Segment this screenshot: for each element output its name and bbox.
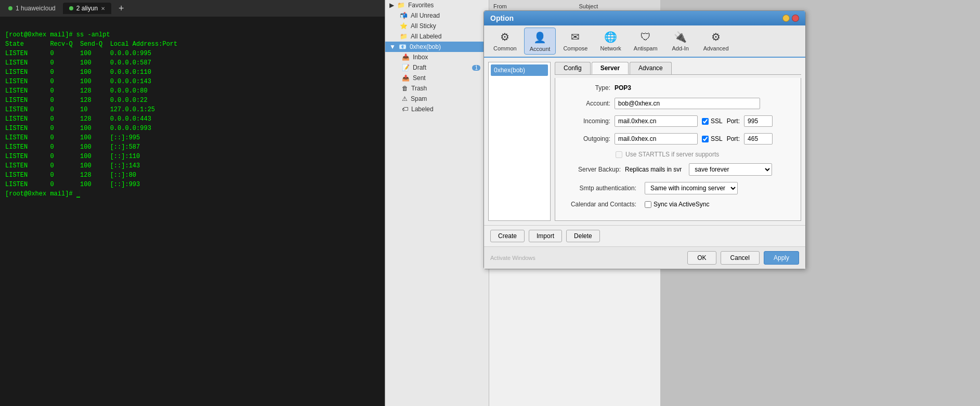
favorites-arrow-icon: ▶ — [389, 2, 394, 9]
config-body: Type: POP3 Account: Incoming: SSL P — [555, 78, 801, 221]
close-button[interactable] — [792, 15, 799, 22]
spam-item[interactable]: ⚠ Spam — [385, 94, 489, 104]
draft-icon: 📝 — [402, 64, 410, 71]
compose-label: Compose — [563, 45, 587, 51]
outgoing-ssl-check[interactable] — [702, 136, 709, 142]
incoming-row: Incoming: SSL Port: — [564, 115, 792, 127]
toolbar-network[interactable]: 🌐 Network — [595, 28, 626, 55]
incoming-ssl-check[interactable] — [702, 118, 709, 125]
network-label: Network — [600, 45, 621, 51]
all-labeled-icon: 📁 — [400, 33, 408, 40]
favorites-group[interactable]: ▶ 📁 Favorites — [385, 0, 489, 10]
outgoing-ssl-label: SSL — [711, 135, 723, 142]
sent-item[interactable]: 📤 Sent — [385, 73, 489, 83]
draft-item[interactable]: 📝 Draft 1 — [385, 62, 489, 73]
terminal-tabs: 1 huaweicloud 2 aliyun ✕ + — [0, 0, 385, 17]
incoming-ssl-checkbox[interactable]: SSL — [702, 117, 723, 125]
dialog-toolbar: ⚙ Common 👤 Account ✉ Compose 🌐 Network 🛡… — [484, 25, 805, 58]
toolbar-addin[interactable]: 🔌 Add-In — [665, 28, 696, 55]
titlebar-buttons — [782, 15, 799, 22]
smtp-auth-select[interactable]: Same with incoming server No authenticat… — [645, 182, 738, 194]
labeled-item[interactable]: 🏷 Labeled — [385, 104, 489, 114]
incoming-server-input[interactable] — [615, 115, 698, 127]
account-group[interactable]: ▼ 📧 0xhex(bob) — [385, 42, 489, 52]
server-backup-select[interactable]: save forever 1 month 3 months 1 year nev… — [689, 163, 772, 176]
favorites-folder-icon: 📁 — [397, 2, 405, 9]
server-backup-label: Server Backup: — [564, 166, 621, 173]
outgoing-ssl-checkbox[interactable]: SSL — [702, 135, 723, 142]
server-tab[interactable]: Server — [592, 62, 629, 74]
starttls-checkbox[interactable] — [616, 151, 622, 158]
draft-badge: 1 — [472, 65, 480, 71]
config-tabs: Config Server Advance — [555, 62, 801, 75]
config-tab[interactable]: Config — [555, 62, 591, 74]
network-icon: 🌐 — [604, 30, 618, 44]
draft-label: Draft — [413, 64, 426, 71]
close-tab-icon[interactable]: ✕ — [101, 6, 105, 11]
delete-button[interactable]: Delete — [566, 230, 600, 242]
advanced-label: Advanced — [703, 45, 729, 51]
antispam-icon: 🛡 — [638, 30, 653, 44]
toolbar-common[interactable]: ⚙ Common — [488, 28, 522, 55]
account-list-panel: 0xhex(bob) — [488, 62, 551, 221]
incoming-port-input[interactable] — [744, 115, 773, 127]
starttls-row: Use STARTTLS if server supports — [616, 151, 792, 158]
incoming-label: Incoming: — [564, 117, 610, 125]
all-sticky-item[interactable]: ⭐ All Sticky — [385, 21, 489, 31]
outgoing-port-input[interactable] — [744, 133, 773, 145]
apply-button[interactable]: Apply — [764, 251, 799, 265]
dialog-footer: Activate Windows OK Cancel Apply — [484, 246, 805, 269]
toolbar-account[interactable]: 👤 Account — [524, 28, 556, 55]
toolbar-antispam[interactable]: 🛡 Antispam — [629, 28, 663, 55]
create-button[interactable]: Create — [490, 230, 525, 242]
trash-icon: 🗑 — [402, 85, 408, 92]
minimize-button[interactable] — [782, 15, 790, 22]
account-input[interactable] — [615, 98, 760, 109]
account-folder-icon: 📧 — [399, 43, 407, 50]
incoming-port-label: Port: — [727, 117, 740, 125]
spam-icon: ⚠ — [402, 95, 408, 102]
toolbar-advanced[interactable]: ⚙ Advanced — [698, 28, 734, 55]
account-row: Account: — [564, 98, 792, 109]
add-tab-button[interactable]: + — [112, 1, 130, 16]
toolbar-compose[interactable]: ✉ Compose — [558, 28, 593, 55]
spam-label: Spam — [411, 95, 427, 102]
addin-label: Add-In — [672, 45, 688, 51]
dialog-title: Option — [490, 14, 514, 22]
account-list-item[interactable]: 0xhex(bob) — [491, 64, 548, 76]
ok-button[interactable]: OK — [687, 251, 716, 265]
trash-item[interactable]: 🗑 Trash — [385, 83, 489, 94]
replicas-label: Replicas mails in svr — [625, 166, 682, 173]
type-label: Type: — [564, 84, 610, 91]
all-labeled-item[interactable]: 📁 All Labeled — [385, 31, 489, 42]
outgoing-row: Outgoing: SSL Port: — [564, 133, 792, 145]
trash-label: Trash — [411, 85, 427, 92]
sync-activesync-checkbox[interactable]: Sync via ActiveSync — [645, 201, 709, 208]
terminal-content: [root@0xhex mail]# ss -anlpt State Recv-… — [5, 31, 177, 198]
outgoing-server-input[interactable] — [615, 133, 698, 145]
terminal-body[interactable]: [root@0xhex mail]# ss -anlpt State Recv-… — [0, 17, 385, 203]
common-label: Common — [493, 45, 517, 51]
all-labeled-label: All Labeled — [411, 33, 441, 40]
account-field-label: Account: — [564, 100, 610, 107]
terminal-container: 1 huaweicloud 2 aliyun ✕ + [root@0xhex m… — [0, 0, 385, 406]
all-unread-item[interactable]: 📬 All Unread — [385, 10, 489, 21]
sync-activesync-check[interactable] — [645, 201, 651, 208]
advance-tab[interactable]: Advance — [630, 62, 672, 74]
calendar-row: Calendar and Contacts: Sync via ActiveSy… — [564, 201, 792, 208]
tab-huaweicloud[interactable]: 1 huaweicloud — [2, 3, 62, 14]
activate-windows-text: Activate Windows — [490, 255, 535, 261]
all-unread-label: All Unread — [411, 12, 440, 19]
all-unread-icon: 📬 — [400, 12, 408, 19]
starttls-label: Use STARTTLS if server supports — [625, 151, 719, 158]
cancel-button[interactable]: Cancel — [721, 251, 760, 265]
compose-icon: ✉ — [568, 30, 583, 44]
tab-aliyun[interactable]: 2 aliyun ✕ — [63, 3, 111, 14]
tab-label-2: 2 aliyun — [76, 5, 98, 12]
account-label: 0xhex(bob) — [410, 43, 441, 50]
import-button[interactable]: Import — [529, 230, 562, 242]
common-icon: ⚙ — [498, 30, 512, 44]
inbox-item[interactable]: 📥 Inbox — [385, 52, 489, 62]
option-dialog: Option ⚙ Common 👤 Account ✉ Compose 🌐 Ne… — [484, 10, 806, 269]
labeled-icon: 🏷 — [402, 106, 408, 113]
